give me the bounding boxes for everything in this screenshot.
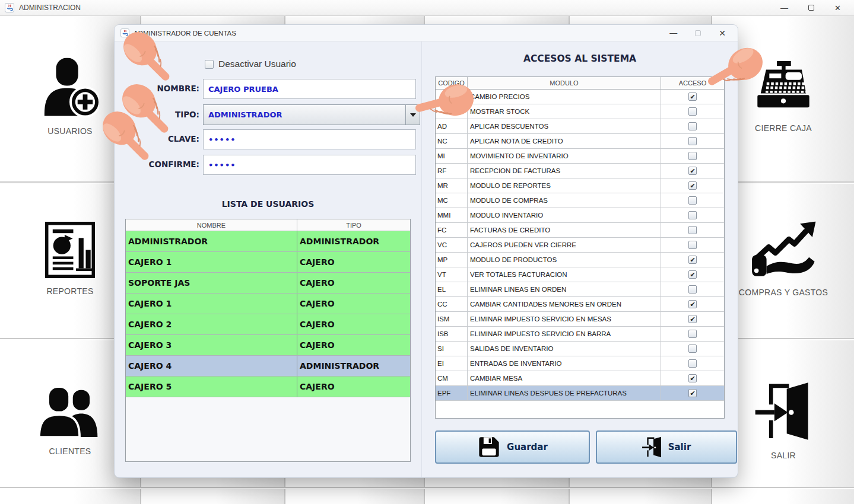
close-icon[interactable]: ✕	[834, 4, 841, 12]
user-row[interactable]: SOPORTE JAS CAJERO	[126, 273, 410, 294]
dialog-titlebar[interactable]: ADMINISTRADOR DE CUENTAS — ✕	[115, 25, 738, 42]
access-acceso-cell	[661, 223, 724, 237]
access-checkbox[interactable]: ✔	[688, 300, 697, 308]
access-modulo-cell: CAJEROS PUEDEN VER CIERRE	[468, 238, 661, 252]
user-row[interactable]: ADMINISTRADOR ADMINISTRADOR	[126, 231, 410, 252]
access-checkbox[interactable]: ✔	[688, 92, 697, 101]
access-row[interactable]: ISM ELIMINAR IMPUESTO SERVICIO EN MESAS …	[436, 312, 724, 327]
access-codigo-cell: MR	[436, 178, 468, 193]
nombre-label: NOMBRE:	[115, 84, 199, 93]
user-row[interactable]: CAJERO 4 ADMINISTRADOR	[126, 356, 410, 377]
access-row[interactable]: VT VER TOTALES FACTURACION ✔	[436, 267, 724, 282]
access-row[interactable]: MR MODULO DE REPORTES ✔	[436, 178, 724, 193]
close-icon[interactable]: ✕	[719, 29, 726, 37]
access-row[interactable]: AD APLICAR DESCUENTOS	[436, 119, 724, 134]
access-modulo-cell: MODULO DE REPORTES	[468, 178, 661, 193]
tile-compras-gastos[interactable]: COMPRAS Y GASTOS	[739, 222, 828, 297]
minimize-icon[interactable]: —	[780, 4, 788, 12]
user-row[interactable]: CAJERO 5 CAJERO	[126, 377, 410, 397]
tile-label: SALIR	[771, 451, 796, 460]
user-row[interactable]: CAJERO 2 CAJERO	[126, 314, 410, 335]
access-checkbox[interactable]	[688, 226, 697, 234]
user-tipo-cell: CAJERO	[297, 294, 410, 314]
access-modulo-cell: ELIMINAR IMPUESTO SERVICIO EN MESAS	[468, 312, 661, 326]
access-row[interactable]: FC FACTURAS DE CREDITO	[436, 223, 724, 238]
access-checkbox[interactable]: ✔	[688, 315, 697, 323]
access-modulo-cell: MODULO DE COMPRAS	[468, 193, 661, 208]
access-checkbox[interactable]	[688, 330, 697, 338]
access-codigo-cell	[436, 104, 468, 119]
access-acceso-cell	[661, 327, 724, 341]
access-row[interactable]: VC CAJEROS PUEDEN VER CIERRE	[436, 238, 724, 253]
access-checkbox[interactable]	[688, 107, 697, 116]
access-checkbox[interactable]	[688, 241, 697, 249]
access-row[interactable]: ISB ELIMINAR IMPUESTO SERVICIO EN BARRA	[436, 327, 724, 342]
salir-button[interactable]: Salir	[596, 430, 737, 464]
column-header: TIPO	[297, 219, 410, 231]
access-codigo-cell	[436, 90, 468, 104]
tile-reportes[interactable]: REPORTES	[45, 222, 95, 296]
user-row[interactable]: CAJERO 1 CAJERO	[126, 294, 410, 314]
maximize-icon[interactable]	[695, 30, 701, 36]
tile-salir[interactable]: SALIR	[755, 380, 812, 460]
access-row[interactable]: EPF ELIMINAR LINEAS DESPUES DE PREFACTUR…	[436, 386, 724, 401]
access-codigo-cell: VT	[436, 267, 468, 282]
access-row[interactable]: EI ENTRADAS DE INVENTARIO	[436, 356, 724, 371]
access-checkbox[interactable]: ✔	[688, 256, 697, 264]
access-checkbox[interactable]: ✔	[688, 374, 697, 382]
access-checkbox[interactable]	[688, 344, 697, 353]
access-row[interactable]: MC MODULO DE COMPRAS	[436, 193, 724, 208]
user-tipo-cell: CAJERO	[297, 252, 410, 272]
access-checkbox[interactable]: ✔	[688, 389, 697, 397]
nombre-field[interactable]: CAJERO PRUEBA	[203, 79, 416, 99]
user-table: NOMBRE TIPO ADMINISTRADOR ADMINISTRADOR …	[125, 219, 411, 462]
access-checkbox[interactable]	[688, 137, 697, 145]
minimize-icon[interactable]: —	[669, 29, 677, 37]
access-acceso-cell: ✔	[661, 164, 724, 178]
access-checkbox[interactable]: ✔	[688, 167, 697, 175]
access-row[interactable]: MMI MODULO INVENTARIO	[436, 208, 724, 223]
access-row[interactable]: RF RECEPCION DE FACTURAS ✔	[436, 164, 724, 178]
user-tipo-cell: ADMINISTRADOR	[297, 231, 410, 251]
access-row[interactable]: CC CAMBIAR CANTIDADES MENORES EN ORDEN ✔	[436, 297, 724, 312]
access-checkbox[interactable]	[688, 152, 697, 160]
access-row[interactable]: MP MODULO DE PRODUCTOS ✔	[436, 253, 724, 267]
access-row[interactable]: CAMBIO PRECIOS ✔	[436, 90, 724, 104]
access-checkbox[interactable]: ✔	[688, 181, 697, 190]
purchases-hand-chart-icon	[750, 222, 817, 282]
access-codigo-cell: FC	[436, 223, 468, 237]
access-acceso-cell	[661, 104, 724, 119]
desactivar-usuario-checkbox[interactable]: Desactivar Usuario	[205, 59, 296, 69]
access-checkbox[interactable]: ✔	[688, 270, 697, 279]
access-row[interactable]: MI MOVIMIENTO DE INVENTARIO	[436, 149, 724, 164]
access-checkbox[interactable]	[688, 196, 697, 205]
maximize-icon[interactable]	[808, 5, 814, 11]
access-codigo-cell: MMI	[436, 208, 468, 222]
combo-arrow-button[interactable]	[405, 105, 420, 125]
access-checkbox[interactable]	[688, 211, 697, 219]
access-row[interactable]: SI SALIDAS DE INVENTARIO	[436, 342, 724, 356]
checkbox-box[interactable]	[205, 60, 214, 69]
access-row[interactable]: EL ELIMINAR LINEAS EN ORDEN	[436, 282, 724, 297]
user-row[interactable]: CAJERO 3 CAJERO	[126, 335, 410, 356]
guardar-button[interactable]: Guardar	[435, 430, 590, 464]
tile-clientes[interactable]: CLIENTES	[39, 387, 101, 456]
access-acceso-cell	[661, 342, 724, 356]
access-row[interactable]: NC APLICAR NOTA DE CREDITO	[436, 134, 724, 149]
tipo-label: TIPO:	[115, 110, 199, 119]
confirme-label: CONFIRME:	[115, 160, 199, 169]
access-row[interactable]: CM CAMBIAR MESA ✔	[436, 371, 724, 386]
user-nombre-cell: CAJERO 5	[126, 377, 297, 397]
access-checkbox[interactable]	[688, 359, 697, 368]
access-checkbox[interactable]	[688, 122, 697, 130]
user-row[interactable]: CAJERO 1 CAJERO	[126, 252, 410, 273]
column-header: NOMBRE	[126, 219, 297, 231]
access-row[interactable]: MOSTRAR STOCK	[436, 104, 724, 119]
clave-field[interactable]: •••••	[203, 129, 416, 149]
access-checkbox[interactable]	[688, 285, 697, 294]
confirme-field[interactable]: •••••	[203, 155, 416, 175]
tile-usuarios[interactable]: USUARIOS	[41, 58, 99, 136]
user-table-body: ADMINISTRADOR ADMINISTRADOR CAJERO 1 CAJ…	[126, 231, 410, 397]
tipo-combobox[interactable]: ADMINISTRADOR	[203, 104, 420, 125]
tile-cierre-caja[interactable]: CIERRE CAJA	[753, 61, 814, 133]
